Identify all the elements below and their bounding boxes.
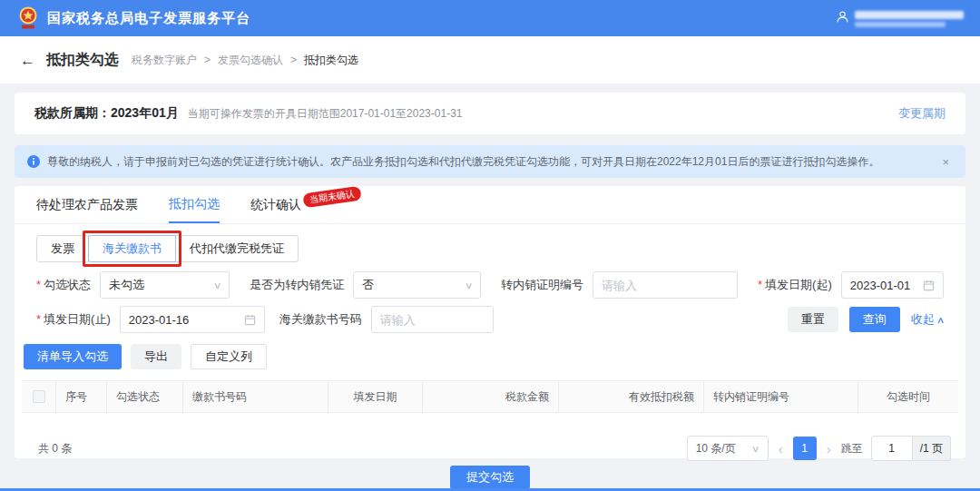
check-status-label: *勾选状态 xyxy=(36,277,91,293)
column-tax-amount: 税款金额 xyxy=(423,381,559,412)
tax-period-label: 税款所属期： xyxy=(34,105,111,122)
domestic-transfer-label: 是否为转内销凭证 xyxy=(250,277,344,293)
user-name-redacted xyxy=(855,10,964,27)
breadcrumb-item[interactable]: 发票勾选确认 xyxy=(218,53,283,68)
next-page-button[interactable]: › xyxy=(825,442,833,456)
chevron-down-icon: ∨ xyxy=(465,280,474,290)
table-header: 序号 勾选状态 缴款书号码 填发日期 税款金额 有效抵扣税额 转内销证明编号 勾… xyxy=(22,380,958,413)
subtab-customs-payment[interactable]: 海关缴款书 xyxy=(88,235,176,262)
chevron-up-icon: ∧ xyxy=(936,315,946,325)
table-empty-body xyxy=(15,413,965,429)
calendar-icon xyxy=(244,314,256,326)
tax-period-value: 2023年01月 xyxy=(111,105,179,122)
column-transfer-cert-no: 转内销证明编号 xyxy=(704,381,858,412)
page-title: 抵扣类勾选 xyxy=(46,51,119,70)
notice-banner: 尊敬的纳税人，请于申报前对已勾选的凭证进行统计确认。农产品业务抵扣勾选和代扣代缴… xyxy=(15,145,965,178)
domestic-transfer-value: 否 xyxy=(362,277,374,293)
submit-row: 提交勾选 xyxy=(15,466,965,489)
column-issue-date: 填发日期 xyxy=(328,381,423,412)
column-valid-deduction: 有效抵扣税额 xyxy=(559,381,704,412)
column-check-status: 勾选状态 xyxy=(107,381,183,412)
query-button[interactable]: 查询 xyxy=(849,307,900,332)
jump-label: 跳至 xyxy=(841,441,863,457)
back-arrow-icon[interactable]: ← xyxy=(20,53,35,68)
breadcrumb: 税务数字账户 > 发票勾选确认 > 抵扣类勾选 xyxy=(132,53,358,68)
collapse-label: 收起 xyxy=(911,311,935,328)
page-size-select[interactable]: 10 条/页 ∨ xyxy=(687,436,769,461)
tab-label: 待处理农产品发票 xyxy=(36,197,138,213)
subtab-customs-wrap: 海关缴款书 xyxy=(88,235,176,262)
breadcrumb-item[interactable]: 税务数字账户 xyxy=(132,53,197,68)
action-bar: 清单导入勾选 导出 自定义列 xyxy=(24,344,956,369)
info-icon xyxy=(27,155,40,168)
transfer-cert-no-input[interactable] xyxy=(593,271,738,299)
column-seq: 序号 xyxy=(56,381,107,412)
issue-date-end-label: *填发日期(止) xyxy=(36,311,111,328)
issue-date-end-value: 2023-01-16 xyxy=(129,313,190,327)
tab-label: 统计确认 xyxy=(250,197,301,213)
page-total-suffix: /1 页 xyxy=(913,436,951,461)
jump-group: /1 页 xyxy=(871,436,951,461)
close-icon[interactable]: × xyxy=(938,155,953,169)
subtab-invoice[interactable]: 发票 xyxy=(36,235,89,262)
chevron-down-icon: ∨ xyxy=(213,280,222,290)
notice-text: 尊敬的纳税人，请于申报前对已勾选的凭证进行统计确认。农产品业务抵扣勾选和代扣代缴… xyxy=(47,154,879,170)
export-button[interactable]: 导出 xyxy=(131,344,181,369)
user-icon xyxy=(836,10,849,24)
user-account[interactable] xyxy=(836,10,964,27)
reset-button[interactable]: 重置 xyxy=(788,307,838,332)
issue-date-end-picker[interactable]: 2023-01-16 xyxy=(120,306,265,333)
change-period-link[interactable]: 变更属期 xyxy=(898,105,946,122)
national-emblem-logo xyxy=(16,5,40,31)
issue-date-start-value: 2023-01-01 xyxy=(850,279,911,292)
collapse-link[interactable]: 收起 ∧ xyxy=(911,311,944,328)
filter-buttons: 重置 查询 收起 ∧ xyxy=(788,307,944,332)
table-footer: 共 0 条 10 条/页 ∨ ‹ 1 › 跳至 /1 页 xyxy=(29,435,951,462)
issue-date-start-picker[interactable]: 2023-01-01 xyxy=(841,271,944,299)
tax-period-hint: 当期可操作发票的开具日期范围2017-01-01至2023-01-31 xyxy=(188,106,463,122)
page-size-value: 10 条/页 xyxy=(696,441,736,457)
check-status-select[interactable]: 未勾选 ∨ xyxy=(100,271,230,299)
customs-payment-no-label: 海关缴款书号码 xyxy=(279,311,362,328)
select-all-cell xyxy=(22,381,56,412)
select-all-checkbox[interactable] xyxy=(33,390,45,403)
domestic-transfer-select[interactable]: 否 ∨ xyxy=(353,271,481,299)
tab-deduction-check[interactable]: 抵扣勾选 xyxy=(169,186,220,223)
required-mark: * xyxy=(36,312,41,326)
customs-payment-no-input[interactable] xyxy=(371,306,494,333)
subtab-withholding-cert[interactable]: 代扣代缴完税凭证 xyxy=(175,235,299,262)
prev-page-button[interactable]: ‹ xyxy=(777,442,785,456)
tab-pending-agri-invoices[interactable]: 待处理农产品发票 xyxy=(36,186,138,223)
submit-check-button[interactable]: 提交勾选 xyxy=(450,466,530,489)
import-check-button[interactable]: 清单导入勾选 xyxy=(24,344,122,369)
filter-row-1: *勾选状态 未勾选 ∨ 是否为转内销凭证 否 ∨ 转内销证明编号 *填发日期(起… xyxy=(36,271,944,299)
check-status-value: 未勾选 xyxy=(109,277,144,293)
jump-page-input[interactable] xyxy=(871,436,913,461)
filter-row-2: *填发日期(止) 2023-01-16 海关缴款书号码 重置 查询 收起 ∧ xyxy=(36,306,944,333)
column-check-time: 勾选时间 xyxy=(858,381,958,412)
tab-statistics-confirm[interactable]: 统计确认 当期未确认 xyxy=(250,186,361,223)
app-title: 国家税务总局电子发票服务平台 xyxy=(47,10,250,27)
required-mark: * xyxy=(758,278,762,291)
tab-label: 抵扣勾选 xyxy=(169,196,220,212)
pagination: 10 条/页 ∨ ‹ 1 › 跳至 /1 页 xyxy=(687,436,951,461)
customize-columns-button[interactable]: 自定义列 xyxy=(191,344,267,369)
unconfirmed-badge: 当期未确认 xyxy=(302,185,362,208)
main-panel: 待处理农产品发票 抵扣勾选 统计确认 当期未确认 发票 海关缴款书 代扣代缴完税… xyxy=(15,186,965,458)
breadcrumb-current: 抵扣类勾选 xyxy=(304,53,358,68)
transfer-cert-no-label: 转内销证明编号 xyxy=(501,277,583,293)
tax-period-bar: 税款所属期： 2023年01月 当期可操作发票的开具日期范围2017-01-01… xyxy=(15,93,965,134)
app-header: 国家税务总局电子发票服务平台 xyxy=(0,0,980,36)
subtab-group: 发票 海关缴款书 代扣代缴完税凭证 xyxy=(36,235,965,262)
page-nav: ← 抵扣类勾选 税务数字账户 > 发票勾选确认 > 抵扣类勾选 xyxy=(0,36,980,83)
calendar-icon xyxy=(923,280,935,291)
column-payment-no: 缴款书号码 xyxy=(183,381,328,412)
tab-bar: 待处理农产品发票 抵扣勾选 统计确认 当期未确认 xyxy=(15,186,965,224)
breadcrumb-separator: > xyxy=(290,54,297,66)
total-count: 共 0 条 xyxy=(38,441,72,457)
chevron-down-icon: ∨ xyxy=(751,444,760,454)
required-mark: * xyxy=(36,278,41,291)
current-page[interactable]: 1 xyxy=(793,437,817,460)
breadcrumb-separator: > xyxy=(204,54,211,66)
issue-date-start-label: *填发日期(起) xyxy=(758,277,832,293)
